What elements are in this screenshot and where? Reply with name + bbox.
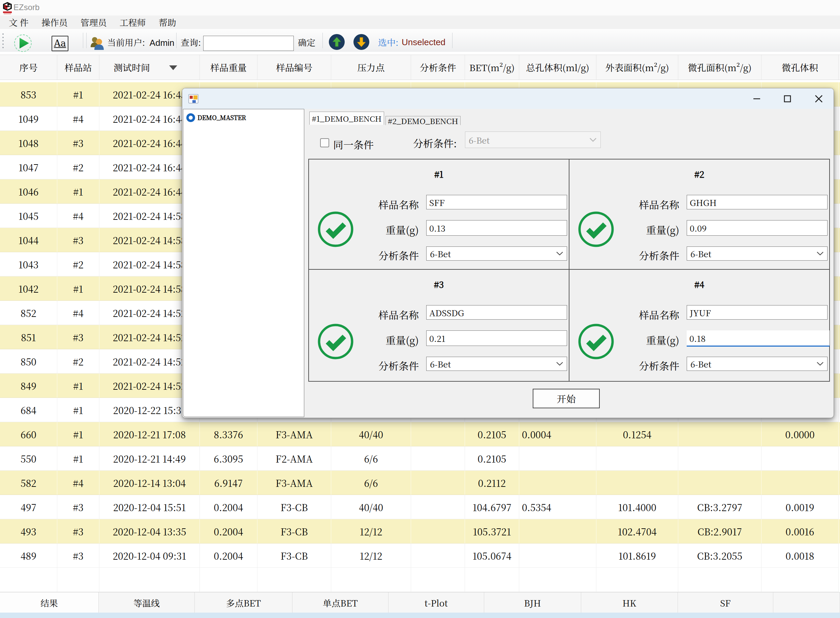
table-row[interactable]: 497#32020-12-04 15:510.2004F3-CB40/40104… xyxy=(0,495,840,519)
table-cell: 1042 xyxy=(0,276,57,301)
condition-select[interactable]: 6-Bet xyxy=(426,247,567,261)
result-tab[interactable]: 单点BET xyxy=(292,593,388,613)
menu-item[interactable]: 管理员 xyxy=(74,15,113,29)
table-cell: 0.2004 xyxy=(200,544,258,568)
table-cell: 8.3376 xyxy=(200,422,258,446)
condition-select[interactable]: 6-Bet xyxy=(687,247,828,261)
table-row[interactable]: 493#32020-12-04 13:350.2004F3-CB12/12105… xyxy=(0,519,840,544)
bench-tab[interactable]: #1_DEMO_BENCH xyxy=(309,111,384,125)
sample-name-input[interactable] xyxy=(426,305,567,319)
current-user-icon xyxy=(90,36,104,51)
condition-select[interactable]: 6-Bet xyxy=(687,357,828,371)
bench-panel: #1 样品名称 重量(g) 分析条件 6-Bet xyxy=(309,159,569,270)
weight-input[interactable] xyxy=(426,220,567,236)
menu-item[interactable]: 帮助 xyxy=(152,15,183,29)
result-tab[interactable]: SF xyxy=(678,593,773,613)
bench-tab[interactable]: #2_DEMO_BENCH xyxy=(385,116,461,125)
confirm-button[interactable]: 确定 xyxy=(298,36,316,48)
table-cell: 6.9147 xyxy=(200,471,258,495)
weight-input[interactable] xyxy=(687,220,828,236)
table-cell: 497 xyxy=(0,495,57,519)
column-header[interactable]: 微孔体积 xyxy=(761,55,839,80)
master-radio[interactable] xyxy=(186,113,195,122)
weight-input[interactable] xyxy=(426,330,567,346)
column-header[interactable]: 总孔体积(ml/g) xyxy=(519,55,596,80)
weight-input[interactable] xyxy=(687,330,830,346)
table-cell: 684 xyxy=(0,398,57,422)
result-tab[interactable]: HK xyxy=(581,593,678,613)
sample-name-input[interactable] xyxy=(687,195,828,209)
condition-select[interactable]: 6-Bet xyxy=(426,357,567,371)
table-row[interactable]: 489#32020-12-04 09:310.2004F3-CB12/12105… xyxy=(0,544,840,568)
column-header[interactable]: 样品站 xyxy=(57,55,99,80)
move-down-button[interactable] xyxy=(353,34,369,50)
result-tab[interactable]: 等温线 xyxy=(99,593,195,613)
column-header[interactable]: 微孔面积(m²/g) xyxy=(678,55,761,80)
table-cell: 40/40 xyxy=(331,495,411,519)
table-cell: 0.0018 xyxy=(761,544,839,568)
result-tab[interactable]: 结果 xyxy=(0,593,99,613)
table-cell xyxy=(596,568,678,592)
column-header[interactable]: 压力点 xyxy=(331,55,411,80)
column-header[interactable]: 测试时间 xyxy=(99,55,200,80)
weight-label: 重量(g) xyxy=(605,333,679,347)
column-header[interactable]: 序号 xyxy=(0,55,57,80)
table-cell xyxy=(678,446,761,471)
result-tab[interactable]: 多点BET xyxy=(195,593,292,613)
table-cell xyxy=(519,446,596,471)
table-cell xyxy=(519,544,596,568)
table-cell: 0.0016 xyxy=(761,519,839,544)
table-cell: 849 xyxy=(0,374,57,398)
menu-item[interactable]: 文 件 xyxy=(2,15,35,29)
table-cell: #1 xyxy=(57,82,99,107)
table-cell: F3-AMA xyxy=(258,422,331,446)
table-cell: #1 xyxy=(57,179,99,204)
table-cell xyxy=(596,446,678,471)
table-header: 序号样品站测试时间样品重量样品编号压力点分析条件BET(m²/g)总孔体积(ml… xyxy=(0,55,840,80)
menu-item[interactable]: 工程师 xyxy=(113,15,152,29)
sample-name-input[interactable] xyxy=(687,305,828,319)
condition-label: 分析条件 xyxy=(345,248,419,263)
column-header[interactable]: 样品重量 xyxy=(200,55,258,80)
minimize-button[interactable] xyxy=(749,91,764,107)
table-cell: 0.0004 xyxy=(519,422,596,446)
same-condition-checkbox[interactable] xyxy=(320,138,329,147)
dialog-body: DEMO_MASTER #1_DEMO_BENCH#2_DEMO_BENCH 同… xyxy=(182,109,834,418)
column-header[interactable]: 分析条件 xyxy=(411,55,465,80)
table-cell: 660 xyxy=(0,422,57,446)
table-cell: 550 xyxy=(0,446,57,471)
table-row[interactable]: 582#42020-12-14 13:046.9147F3-AMA6/60.21… xyxy=(0,471,840,495)
condition-label: 分析条件 xyxy=(345,358,419,373)
start-button[interactable]: 开始 xyxy=(533,389,600,408)
result-tab[interactable]: BJH xyxy=(484,593,581,613)
column-header[interactable]: 外表面积(m²/g) xyxy=(596,55,678,80)
dialog-titlebar[interactable] xyxy=(182,88,834,109)
query-input[interactable] xyxy=(203,36,294,51)
table-cell: #4 xyxy=(57,471,99,495)
bench-tabstrip: #1_DEMO_BENCH#2_DEMO_BENCH xyxy=(304,109,834,125)
table-cell: #1 xyxy=(57,446,99,471)
table-cell: 0.2004 xyxy=(200,519,258,544)
table-row[interactable]: 660#12020-12-21 17:088.3376F3-AMA40/400.… xyxy=(0,422,840,446)
menu-item[interactable]: 操作员 xyxy=(35,15,74,29)
bench-grid: #1 样品名称 重量(g) 分析条件 6-Bet #2 样品名称 重量(g) 分… xyxy=(308,159,830,382)
font-button[interactable]: Aa xyxy=(52,36,68,51)
table-cell: #3 xyxy=(57,519,99,544)
table-cell: F3-AMA xyxy=(258,471,331,495)
weight-label: 重量(g) xyxy=(605,222,679,237)
window-titlebar: EZsorb xyxy=(0,0,840,15)
move-up-button[interactable] xyxy=(329,34,345,50)
result-tab[interactable]: t-Plot xyxy=(388,593,484,613)
start-run-button[interactable] xyxy=(14,34,32,52)
sample-name-input[interactable] xyxy=(426,195,567,209)
table-row[interactable] xyxy=(0,568,840,592)
maximize-button[interactable] xyxy=(780,91,795,107)
close-button[interactable] xyxy=(811,91,827,107)
table-row[interactable]: 550#12020-12-21 14:496.3095F2-AMA6/60.21… xyxy=(0,446,840,471)
table-cell: 40/40 xyxy=(331,422,411,446)
app-title: EZsorb xyxy=(13,3,39,12)
column-header[interactable]: BET(m²/g) xyxy=(465,55,519,80)
column-header[interactable]: 样品编号 xyxy=(258,55,331,80)
master-radio-label[interactable]: DEMO_MASTER xyxy=(197,113,246,122)
table-cell: #3 xyxy=(57,228,99,252)
